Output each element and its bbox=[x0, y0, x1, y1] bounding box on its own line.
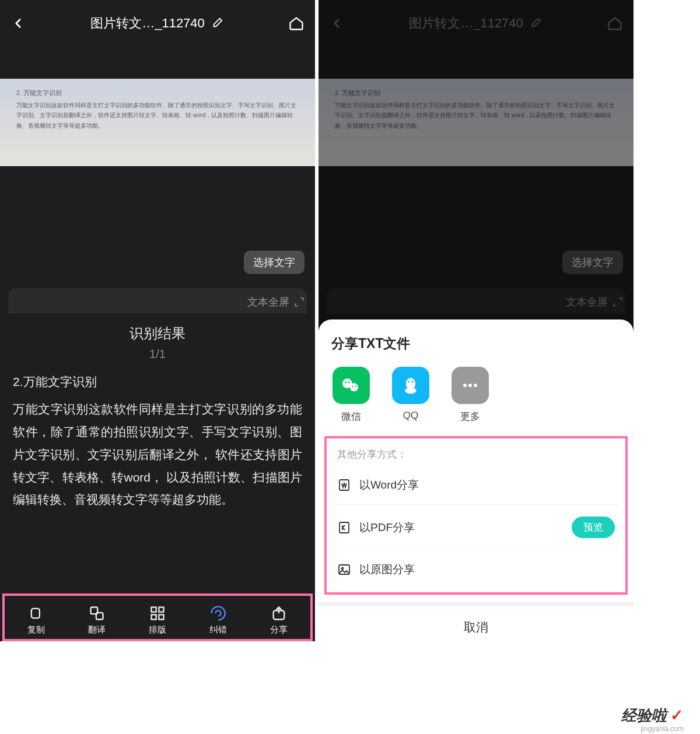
share-word-label: 以Word分享 bbox=[359, 477, 419, 493]
back-icon[interactable] bbox=[10, 16, 26, 31]
cancel-button[interactable]: 取消 bbox=[318, 602, 634, 641]
fullscreen-bar[interactable]: 文本全屏 bbox=[14, 288, 304, 316]
qq-icon bbox=[392, 367, 429, 404]
svg-point-15 bbox=[405, 388, 416, 394]
correct-button[interactable]: 纠错 bbox=[188, 605, 249, 635]
image-icon bbox=[337, 563, 351, 577]
svg-rect-5 bbox=[152, 614, 156, 619]
svg-point-19 bbox=[468, 384, 472, 387]
result-pager: 1/1 bbox=[13, 347, 302, 361]
svg-point-17 bbox=[412, 381, 414, 383]
share-as-pdf[interactable]: 以PDF分享 预览 bbox=[334, 505, 618, 550]
svg-point-18 bbox=[463, 384, 467, 387]
watermark-check-icon: ✓ bbox=[670, 706, 684, 725]
layout-button[interactable]: 排版 bbox=[127, 605, 188, 635]
select-text-button[interactable]: 选择文字 bbox=[244, 251, 304, 274]
wechat-icon bbox=[332, 367, 370, 404]
share-icon bbox=[271, 605, 287, 621]
page-title: 图片转文…_112740 bbox=[90, 15, 205, 32]
svg-rect-22 bbox=[340, 522, 349, 533]
scan-body: 万能文字识别这款软件同样是主打文字识别的多功能软件。除了通常的拍照识别文字、手写… bbox=[16, 100, 299, 131]
copy-label: 复制 bbox=[27, 624, 45, 635]
edit-icon[interactable] bbox=[211, 17, 223, 30]
pdf-icon bbox=[337, 521, 351, 535]
translate-label: 翻译 bbox=[88, 624, 106, 635]
share-button[interactable]: 分享 bbox=[249, 605, 309, 635]
other-share-title: 其他分享方式： bbox=[334, 442, 618, 466]
share-sheet: 分享TXT文件 微信 QQ bbox=[318, 319, 634, 641]
svg-rect-0 bbox=[32, 609, 40, 618]
copy-button[interactable]: 复制 bbox=[6, 605, 66, 635]
layout-icon bbox=[149, 605, 166, 621]
svg-point-20 bbox=[474, 384, 477, 387]
watermark-text: 经验啦 bbox=[621, 705, 667, 726]
preview-button[interactable]: 预览 bbox=[572, 517, 615, 538]
more-icon bbox=[452, 367, 489, 404]
other-share-section: 其他分享方式： 以Word分享 以PDF分享 预览 bbox=[326, 436, 626, 595]
header: 图片转文…_112740 bbox=[0, 0, 315, 47]
svg-rect-4 bbox=[159, 607, 163, 612]
share-qq[interactable]: QQ bbox=[392, 367, 429, 423]
svg-point-11 bbox=[348, 381, 350, 383]
more-label: 更多 bbox=[460, 410, 480, 423]
translate-icon bbox=[89, 605, 105, 621]
share-as-image[interactable]: 以原图分享 bbox=[334, 550, 618, 589]
result-heading: 识别结果 bbox=[13, 324, 302, 343]
share-as-word[interactable]: 以Word分享 bbox=[334, 466, 618, 505]
copy-icon bbox=[28, 605, 44, 621]
phone-right: 图片转文…_112740 2. 万能文字识别 万能文字识别这款软件同样是主打文字… bbox=[318, 0, 634, 641]
expand-icon bbox=[294, 297, 304, 307]
share-apps-row: 微信 QQ 更多 bbox=[318, 363, 634, 436]
share-more[interactable]: 更多 bbox=[452, 367, 489, 423]
correct-icon bbox=[210, 605, 226, 621]
svg-rect-3 bbox=[152, 607, 156, 612]
wechat-label: 微信 bbox=[341, 410, 361, 423]
svg-point-12 bbox=[352, 386, 353, 387]
watermark-url: jingyanla.com bbox=[641, 725, 684, 733]
scanned-image: 2. 万能文字识别 万能文字识别这款软件同样是主打文字识别的多功能软件。除了通常… bbox=[0, 47, 315, 198]
bottom-toolbar: 复制 翻译 排版 纠错 分享 bbox=[0, 596, 315, 641]
share-label: 分享 bbox=[270, 624, 288, 635]
svg-point-24 bbox=[342, 568, 344, 570]
word-icon bbox=[337, 478, 351, 492]
translate-button[interactable]: 翻译 bbox=[66, 605, 127, 635]
share-wechat[interactable]: 微信 bbox=[332, 367, 370, 423]
phone-left: 图片转文…_112740 2. 万能文字识别 万能文字识别这款软件同样是主打文字… bbox=[0, 0, 315, 641]
qq-label: QQ bbox=[403, 410, 418, 422]
correct-label: 纠错 bbox=[209, 624, 227, 635]
svg-point-10 bbox=[345, 381, 346, 383]
result-section: 识别结果 1/1 2.万能文字识别 万能文字识别这款软件同样是主打文字识别的多功… bbox=[0, 324, 315, 511]
result-paragraph: 万能文字识别这款软件同样是主打文字识别的多功能软件，除了通常的拍照识别文字、手写… bbox=[13, 398, 302, 511]
svg-rect-23 bbox=[339, 565, 349, 574]
svg-rect-6 bbox=[159, 614, 163, 619]
share-pdf-label: 以PDF分享 bbox=[359, 520, 415, 535]
share-sheet-title: 分享TXT文件 bbox=[318, 335, 634, 363]
scan-title: 2. 万能文字识别 bbox=[16, 88, 299, 98]
svg-point-16 bbox=[408, 381, 410, 383]
svg-point-9 bbox=[350, 383, 358, 391]
fullscreen-label: 文本全屏 bbox=[247, 295, 289, 309]
share-image-label: 以原图分享 bbox=[359, 562, 415, 577]
watermark: 经验啦 ✓ bbox=[621, 705, 684, 726]
home-icon[interactable] bbox=[288, 15, 304, 31]
result-line1: 2.万能文字识别 bbox=[13, 374, 302, 390]
layout-label: 排版 bbox=[149, 624, 166, 635]
svg-point-13 bbox=[355, 386, 356, 387]
